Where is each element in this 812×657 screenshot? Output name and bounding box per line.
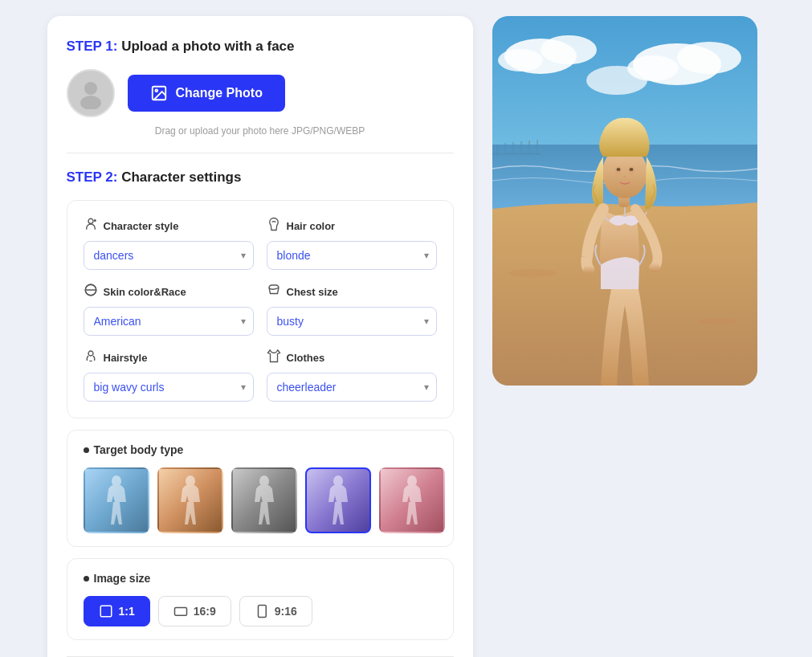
chest-size-select-wrapper: busty medium small ▾ xyxy=(267,307,437,336)
change-photo-button[interactable]: Change Photo xyxy=(128,75,285,112)
divider-1 xyxy=(67,153,454,153)
character-style-select[interactable]: dancers models athletes xyxy=(84,241,254,270)
square-icon xyxy=(99,604,113,618)
svg-rect-13 xyxy=(100,606,112,617)
svg-point-3 xyxy=(155,89,157,92)
body-type-thumb-3[interactable] xyxy=(231,467,297,533)
body-type-label: Target body type xyxy=(84,443,437,456)
character-style-label: Character style xyxy=(84,217,254,235)
size-9-16-label: 9:16 xyxy=(275,605,297,618)
hair-color-field: Hair color blonde brunette black ▾ xyxy=(267,217,437,270)
main-form-panel: STEP 1: Upload a photo with a face Chang… xyxy=(47,16,473,657)
body-type-thumb-4[interactable] xyxy=(305,467,371,533)
size-buttons-group: 1:1 16:9 9:16 xyxy=(84,596,437,626)
size-1-1-label: 1:1 xyxy=(119,605,135,618)
svg-point-32 xyxy=(508,269,557,277)
body-type-thumb-1[interactable] xyxy=(84,467,149,533)
svg-point-23 xyxy=(586,66,647,95)
silhouette-icon-1 xyxy=(102,475,131,526)
preview-image xyxy=(492,16,757,386)
hair-color-select[interactable]: blonde brunette black xyxy=(267,241,437,270)
size-16-9-label: 16:9 xyxy=(194,605,216,618)
skin-color-icon xyxy=(84,283,98,300)
svg-point-42 xyxy=(649,263,660,272)
svg-point-33 xyxy=(697,318,737,324)
size-16-9-button[interactable]: 16:9 xyxy=(158,596,231,626)
step1-text: Upload a photo with a face xyxy=(121,39,294,54)
svg-point-41 xyxy=(583,265,594,275)
skin-color-label: Skin color&Race xyxy=(84,283,254,300)
svg-point-1 xyxy=(80,96,101,109)
hair-color-select-wrapper: blonde brunette black ▾ xyxy=(267,241,437,270)
character-settings-box: Character style dancers models athletes … xyxy=(67,200,454,418)
svg-point-39 xyxy=(629,168,633,171)
svg-rect-14 xyxy=(174,608,186,616)
body-type-dot xyxy=(84,447,89,453)
avatar-placeholder-icon xyxy=(75,77,107,109)
svg-point-40 xyxy=(623,176,626,178)
clothes-select[interactable]: cheerleader bikini casual xyxy=(267,373,437,402)
svg-point-21 xyxy=(677,42,741,74)
svg-point-5 xyxy=(93,219,96,222)
settings-grid: Character style dancers models athletes … xyxy=(84,217,437,402)
character-style-icon xyxy=(84,217,98,235)
portrait-icon xyxy=(255,604,269,618)
image-size-section: Image size 1:1 16:9 9:16 xyxy=(67,558,454,640)
skin-color-select[interactable]: American Asian European xyxy=(84,307,254,336)
chest-size-field: Chest size busty medium small ▾ xyxy=(267,283,437,336)
size-1-1-button[interactable]: 1:1 xyxy=(84,596,150,626)
clothes-label: Clothes xyxy=(267,349,437,366)
image-size-label: Image size xyxy=(84,572,437,585)
svg-point-38 xyxy=(616,168,620,171)
body-type-section: Target body type xyxy=(67,430,454,547)
chest-size-select[interactable]: busty medium small xyxy=(267,307,437,336)
body-type-thumb-2[interactable] xyxy=(157,467,223,533)
clothes-field: Clothes cheerleader bikini casual ▾ xyxy=(267,349,437,402)
silhouette-icon-3 xyxy=(250,475,279,526)
chest-size-icon xyxy=(267,283,281,300)
clothes-icon xyxy=(267,349,281,366)
step1-title: STEP 1: Upload a photo with a face xyxy=(67,39,454,55)
character-style-select-wrapper: dancers models athletes ▾ xyxy=(84,241,254,270)
hairstyle-select-wrapper: big wavy curls straight short ▾ xyxy=(84,373,254,402)
svg-rect-15 xyxy=(258,606,266,618)
silhouette-icon-5 xyxy=(398,475,426,526)
silhouette-icon-2 xyxy=(176,475,205,526)
preview-panel xyxy=(492,16,765,386)
character-style-field: Character style dancers models athletes … xyxy=(84,217,254,270)
step1-label: STEP 1: xyxy=(67,39,118,54)
photo-icon xyxy=(150,84,168,102)
step2-text: Character settings xyxy=(121,169,241,185)
clothes-select-wrapper: cheerleader bikini casual ▾ xyxy=(267,373,437,402)
skin-color-select-wrapper: American Asian European ▾ xyxy=(84,307,254,336)
upload-hint: Drag or upload your photo here JPG/PNG/W… xyxy=(67,125,454,137)
upload-row: Change Photo xyxy=(67,69,454,117)
beach-scene-svg xyxy=(492,16,757,386)
hair-color-label: Hair color xyxy=(267,217,437,235)
svg-point-0 xyxy=(84,82,97,95)
hairstyle-icon xyxy=(84,349,98,366)
hair-color-icon xyxy=(267,217,281,235)
size-9-16-button[interactable]: 9:16 xyxy=(239,596,312,626)
svg-point-4 xyxy=(88,218,93,223)
body-type-thumbnails xyxy=(84,467,437,533)
hairstyle-select[interactable]: big wavy curls straight short xyxy=(84,373,254,402)
hairstyle-field: Hairstyle big wavy curls straight short … xyxy=(84,349,254,402)
avatar xyxy=(67,69,115,117)
step2-label: STEP 2: xyxy=(67,169,118,185)
svg-point-18 xyxy=(541,35,597,64)
landscape-icon xyxy=(173,604,188,618)
chest-size-label: Chest size xyxy=(267,283,437,300)
skin-color-field: Skin color&Race American Asian European … xyxy=(84,283,254,336)
image-size-dot xyxy=(84,576,89,582)
step2-title: STEP 2: Character settings xyxy=(67,169,454,186)
body-type-thumb-5[interactable] xyxy=(379,467,445,533)
svg-point-7 xyxy=(88,351,93,356)
hairstyle-label: Hairstyle xyxy=(84,349,254,366)
silhouette-icon-4 xyxy=(324,475,353,526)
svg-point-19 xyxy=(498,49,543,71)
